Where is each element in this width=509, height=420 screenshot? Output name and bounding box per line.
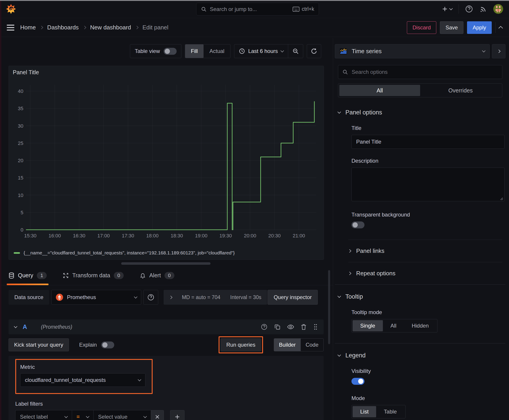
panel-links-header[interactable]: Panel links bbox=[348, 248, 502, 255]
grafana-logo[interactable] bbox=[6, 4, 16, 14]
add-filter-button[interactable] bbox=[170, 410, 184, 420]
tooltip-header[interactable]: Tooltip bbox=[338, 293, 502, 300]
max-data-points: MD = auto = 704 bbox=[182, 294, 220, 300]
code-option[interactable]: Code bbox=[301, 338, 323, 351]
svg-text:17:30: 17:30 bbox=[122, 233, 134, 239]
svg-text:18:30: 18:30 bbox=[171, 233, 183, 239]
table-view-toggle[interactable] bbox=[164, 48, 177, 55]
vertical-scrollbar[interactable] bbox=[328, 270, 330, 344]
datasource-name: Prometheus bbox=[67, 294, 96, 300]
select-label-placeholder: Select label bbox=[20, 414, 48, 420]
breadcrumb-dashboards[interactable]: Dashboards bbox=[47, 24, 79, 31]
tooltip-hidden-option[interactable]: Hidden bbox=[404, 320, 436, 331]
add-button[interactable] bbox=[442, 6, 452, 12]
tab-alert[interactable]: Alert 0 bbox=[138, 266, 176, 285]
query-editor: Data source Prometheus bbox=[0, 285, 333, 420]
operator-dropdown[interactable]: = bbox=[72, 410, 93, 420]
tab-query-label: Query bbox=[18, 272, 33, 279]
horizontal-scrollbar[interactable] bbox=[121, 262, 211, 265]
global-search[interactable]: ctrl+k bbox=[196, 3, 319, 15]
svg-text:0: 0 bbox=[21, 227, 23, 233]
panel-options-header[interactable]: Panel options bbox=[338, 109, 502, 116]
apply-button[interactable]: Apply bbox=[467, 21, 492, 34]
visibility-toggle[interactable] bbox=[351, 378, 365, 385]
datasource-help-button[interactable] bbox=[144, 290, 158, 305]
drag-handle-icon[interactable] bbox=[313, 323, 318, 330]
description-textarea[interactable] bbox=[351, 168, 504, 201]
metric-select[interactable]: cloudflared_tunnel_total_requests bbox=[20, 373, 145, 387]
remove-filter-button[interactable] bbox=[151, 410, 164, 420]
divider bbox=[348, 240, 502, 240]
breadcrumb-new-dashboard[interactable]: New dashboard bbox=[90, 24, 131, 31]
breadcrumb: Home Dashboards New dashboard Edit panel bbox=[20, 24, 168, 31]
save-button[interactable]: Save bbox=[440, 21, 463, 34]
mode-table-option[interactable]: Table bbox=[376, 406, 404, 417]
svg-text:35: 35 bbox=[18, 106, 23, 111]
transparent-bg-label: Transparent background bbox=[351, 211, 502, 218]
query-inspector-button[interactable]: Query inspector bbox=[267, 290, 318, 305]
resize-handle-icon[interactable] bbox=[500, 197, 503, 200]
query-ref[interactable]: A bbox=[23, 323, 27, 330]
avatar[interactable] bbox=[493, 4, 503, 14]
tooltip-single-option[interactable]: Single bbox=[353, 320, 383, 331]
actual-option[interactable]: Actual bbox=[204, 45, 230, 58]
tab-transform[interactable]: Transform data 0 bbox=[61, 266, 125, 285]
breadcrumb-separator-icon bbox=[83, 26, 86, 29]
query-datasource-hint: (Prometheus) bbox=[41, 324, 72, 330]
legend-header[interactable]: Legend bbox=[338, 352, 502, 359]
kickstart-button[interactable]: Kick start your query bbox=[8, 338, 69, 351]
refresh-button[interactable] bbox=[307, 44, 321, 58]
breadcrumb-separator-icon bbox=[40, 26, 43, 29]
time-range-button[interactable]: Last 6 hours bbox=[234, 45, 288, 58]
panel-title-input[interactable] bbox=[351, 135, 504, 149]
mode-list-option[interactable]: List bbox=[353, 406, 376, 417]
svg-text:16:00: 16:00 bbox=[48, 233, 61, 239]
duplicate-query-icon[interactable] bbox=[274, 324, 281, 330]
hide-query-icon[interactable] bbox=[287, 324, 294, 330]
transparent-bg-toggle[interactable] bbox=[351, 221, 365, 228]
topbar-divider bbox=[458, 4, 459, 14]
builder-option[interactable]: Builder bbox=[274, 338, 301, 351]
series-label[interactable]: {__name__="cloudflared_tunnel_total_requ… bbox=[23, 250, 235, 255]
tab-overrides[interactable]: Overrides bbox=[420, 85, 501, 96]
options-search-input[interactable] bbox=[352, 69, 498, 75]
zoom-out-button[interactable] bbox=[288, 45, 303, 58]
help-icon[interactable] bbox=[465, 5, 473, 13]
tooltip-all-option[interactable]: All bbox=[383, 320, 404, 331]
select-label-dropdown[interactable]: Select label bbox=[15, 410, 72, 420]
edit-pane: Table view Fill Actual Last 6 hours bbox=[0, 38, 333, 420]
collapse-up-icon[interactable] bbox=[498, 26, 503, 30]
chevron-down-icon bbox=[64, 414, 68, 418]
menu-toggle-icon[interactable] bbox=[7, 25, 14, 30]
main: Table view Fill Actual Last 6 hours bbox=[0, 38, 509, 420]
datasource-picker[interactable]: Prometheus bbox=[51, 290, 141, 305]
series-color-dash[interactable] bbox=[14, 252, 20, 254]
news-rss-icon[interactable] bbox=[479, 5, 487, 13]
options-search[interactable] bbox=[338, 65, 502, 79]
tooltip-section: Tooltip Tooltip mode Single All Hidden bbox=[335, 293, 505, 332]
query-help-icon[interactable] bbox=[261, 323, 267, 330]
breadcrumb-home[interactable]: Home bbox=[20, 24, 36, 31]
tab-all[interactable]: All bbox=[339, 85, 420, 96]
explain-toggle[interactable] bbox=[101, 341, 114, 348]
chevron-down-icon bbox=[338, 110, 341, 114]
delete-query-icon[interactable] bbox=[301, 324, 307, 330]
chevron-down-icon bbox=[86, 414, 90, 418]
tab-query[interactable]: Query 1 bbox=[7, 266, 48, 285]
fill-option[interactable]: Fill bbox=[185, 45, 204, 58]
search-input[interactable] bbox=[210, 6, 289, 12]
repeat-options-header[interactable]: Repeat options bbox=[348, 270, 502, 277]
select-value-dropdown[interactable]: Select value bbox=[93, 410, 151, 420]
discard-button[interactable]: Discard bbox=[407, 21, 436, 34]
viz-type-picker[interactable]: Time series bbox=[335, 44, 490, 58]
run-queries-button[interactable]: Run queries bbox=[220, 338, 261, 351]
query-options-summary[interactable]: MD = auto = 704 Interval = 30s bbox=[164, 290, 267, 305]
panel-title[interactable]: Panel Title bbox=[13, 69, 39, 76]
metric-value: cloudflared_tunnel_total_requests bbox=[25, 377, 106, 383]
collapse-options-button[interactable] bbox=[492, 44, 505, 58]
svg-text:17:00: 17:00 bbox=[97, 233, 110, 239]
collapse-query-icon[interactable] bbox=[14, 324, 17, 328]
svg-text:40: 40 bbox=[18, 88, 23, 94]
description-label: Description bbox=[351, 158, 502, 164]
tab-alert-label: Alert bbox=[149, 272, 161, 279]
